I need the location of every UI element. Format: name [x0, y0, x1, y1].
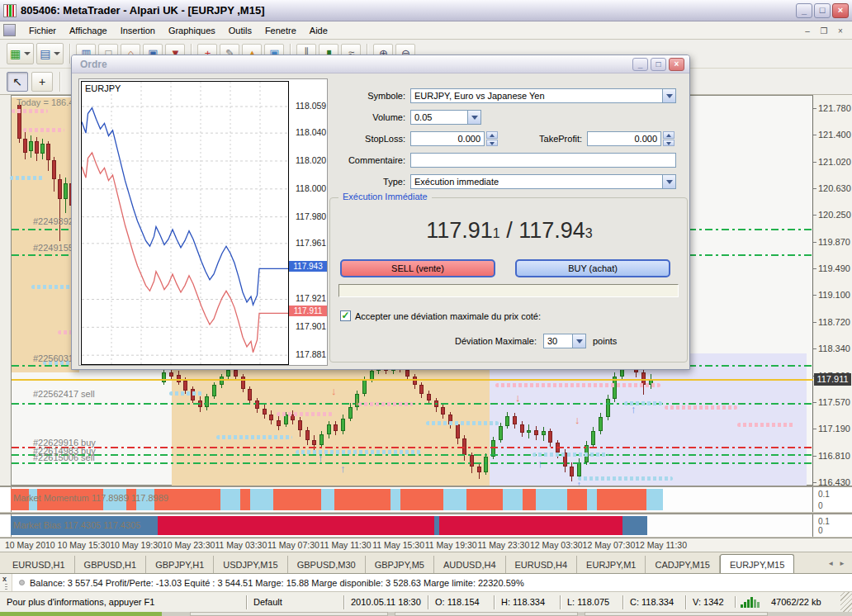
- menu-fichier[interactable]: Fichier: [22, 23, 63, 38]
- terminal-gutter: x: [0, 574, 12, 591]
- indicator-segment: [439, 516, 622, 535]
- candle: [413, 377, 417, 385]
- mdi-restore-button[interactable]: ❐: [817, 25, 831, 36]
- price-tick-mark: [813, 322, 816, 323]
- tab-gbpjpy-m5[interactable]: GBPJPY,M5: [366, 556, 434, 573]
- tab-eurjpy-m1[interactable]: EURJPY,M1: [577, 556, 646, 573]
- status-profile[interactable]: Default: [246, 595, 343, 609]
- minimize-button[interactable]: _: [796, 3, 812, 18]
- symbol-select[interactable]: EURJPY, Euro vs Japanese Yen: [410, 88, 676, 103]
- stoploss-spin-up-icon[interactable]: [486, 131, 498, 139]
- signal-band: [277, 412, 333, 416]
- close-button[interactable]: ×: [832, 3, 849, 18]
- comment-input[interactable]: [410, 153, 676, 168]
- volume-dropdown-icon[interactable]: [467, 111, 480, 124]
- order-dialog-title: Ordre: [80, 59, 630, 70]
- tick-scale-label: 118.059: [296, 101, 326, 111]
- chart-profiles-button[interactable]: ▤: [36, 43, 64, 64]
- signal-band: [358, 402, 413, 406]
- tab-cadjpy-m15[interactable]: CADJPY,M15: [646, 556, 719, 573]
- terminal-close-button[interactable]: x: [2, 575, 7, 583]
- time-axis-label: 11 May 11:30: [320, 540, 372, 550]
- indicator-segment: [240, 489, 250, 510]
- candle: [570, 467, 574, 476]
- price-tick-label: 116.810: [818, 451, 850, 461]
- tab-audusd-h4[interactable]: AUDUSD,H4: [434, 556, 506, 573]
- takeprofit-input[interactable]: 0.000: [587, 131, 661, 146]
- chart-profiles-dropdown-icon[interactable]: [54, 52, 60, 55]
- maximize-button[interactable]: □: [814, 3, 831, 18]
- stoploss-spin-down-icon[interactable]: [486, 140, 498, 147]
- price-tick-mark: [813, 456, 816, 457]
- order-dialog-titlebar[interactable]: Ordre _ □ ×: [72, 55, 689, 73]
- deviation-checkbox[interactable]: ✓: [340, 310, 351, 321]
- menu-items: FichierAffichageInsertionGraphiquesOutil…: [22, 23, 334, 38]
- candle: [513, 416, 517, 424]
- terminal-strip: x Balance: 3 557.54 Profit/Perte: -13.03…: [0, 573, 852, 591]
- menu-insertion[interactable]: Insertion: [114, 23, 162, 38]
- menu-outils[interactable]: Outils: [222, 23, 258, 38]
- menu-aide[interactable]: Aide: [303, 23, 334, 38]
- time-axis-label: 11 May 15:30: [372, 540, 424, 550]
- candle: [499, 426, 503, 440]
- takeprofit-spin-up-icon[interactable]: [663, 131, 674, 139]
- menu-affichage[interactable]: Affichage: [63, 23, 114, 38]
- price-tick-label: 118.340: [818, 344, 850, 353]
- candle: [320, 434, 324, 446]
- candle: [348, 407, 353, 419]
- takeprofit-spin-down-icon[interactable]: [663, 140, 674, 147]
- volume-select[interactable]: 0.05: [410, 110, 481, 125]
- order-type-dropdown-icon[interactable]: [662, 175, 675, 188]
- order-type-select[interactable]: Exécution immediate: [410, 174, 676, 189]
- max-deviation-select[interactable]: 30: [543, 334, 586, 348]
- terminal-grip-handle[interactable]: [5, 584, 7, 590]
- price-tick-label: 121.780: [818, 103, 851, 113]
- cursor-tool-button[interactable]: ↖: [7, 72, 28, 92]
- tab-usdjpy-m15[interactable]: USDJPY,M15: [214, 556, 287, 573]
- buy-button[interactable]: BUY (achat): [515, 259, 670, 277]
- stoploss-input[interactable]: 0.000: [410, 131, 485, 146]
- new-chart-dropdown-icon[interactable]: [24, 52, 31, 55]
- tab-eurjpy-m15[interactable]: EURJPY,M15: [720, 554, 794, 574]
- status-open: O: 118.154: [428, 595, 494, 609]
- time-axis-label: 10 May 19:30: [110, 540, 163, 550]
- stoploss-spinner[interactable]: [486, 131, 498, 146]
- indicator-pane-2[interactable]: Market Bias 117.4305 117.43050.10: [0, 513, 852, 538]
- tab-eurusd-h4[interactable]: EURUSD,H4: [506, 556, 578, 573]
- mdi-minimize-button[interactable]: –: [801, 25, 814, 36]
- time-axis-label: 10 May 23:30: [163, 540, 215, 550]
- menu-graphiques[interactable]: Graphiques: [162, 23, 222, 38]
- menu-fenetre[interactable]: Fenetre: [258, 23, 303, 38]
- execution-groupbox: Exécution Immédiate 117.911 / 117.943 SE…: [329, 197, 688, 362]
- mdi-close-button[interactable]: ×: [834, 25, 847, 36]
- dialog-close-button[interactable]: ×: [669, 58, 684, 71]
- tabs-scroll-right-icon[interactable]: ►: [837, 559, 847, 568]
- indicator-scale-bottom: 0: [818, 526, 851, 535]
- candle: [205, 396, 209, 408]
- price-tick-label: 120.630: [818, 183, 851, 193]
- tab-gbpusd-h1[interactable]: GBPUSD,H1: [75, 556, 147, 573]
- tab-gbpjpy-h1[interactable]: GBPJPY,H1: [146, 556, 214, 573]
- takeprofit-spinner[interactable]: [663, 131, 674, 146]
- tab-gbpusd-m30[interactable]: GBPUSD,M30: [288, 556, 366, 573]
- price-tick-mark: [813, 482, 816, 483]
- crosshair-tool-button[interactable]: +: [31, 72, 53, 92]
- symbol-dropdown-icon[interactable]: [662, 89, 675, 102]
- indicator-segment: [390, 489, 400, 510]
- deviation-checkbox-label: Accepter une déviation maximale du prix …: [355, 311, 541, 321]
- new-chart-button[interactable]: ▦: [7, 43, 34, 64]
- indicator-pane-1[interactable]: Market Momentum 117.8989 117.89890.10: [0, 486, 852, 513]
- sell-button[interactable]: SELL (vente): [340, 259, 495, 277]
- resize-grip[interactable]: [840, 592, 852, 612]
- price-scale[interactable]: 121.780121.400121.020120.630120.250119.8…: [813, 95, 852, 486]
- time-axis-label: 11 May 19:30: [425, 540, 477, 550]
- candle: [234, 370, 238, 377]
- tab-eurusd-h1[interactable]: EURUSD,H1: [3, 556, 75, 573]
- tick-chart-svg: [82, 82, 288, 364]
- dialog-maximize-button[interactable]: □: [651, 58, 666, 71]
- time-axis[interactable]: 10 May 201010 May 15:3010 May 19:3010 Ma…: [0, 538, 852, 552]
- max-deviation-dropdown-icon[interactable]: [572, 334, 585, 348]
- dialog-minimize-button[interactable]: _: [632, 58, 648, 71]
- tabs-scroll-left-icon[interactable]: ◄: [826, 559, 835, 568]
- indicator-segment: [400, 489, 443, 510]
